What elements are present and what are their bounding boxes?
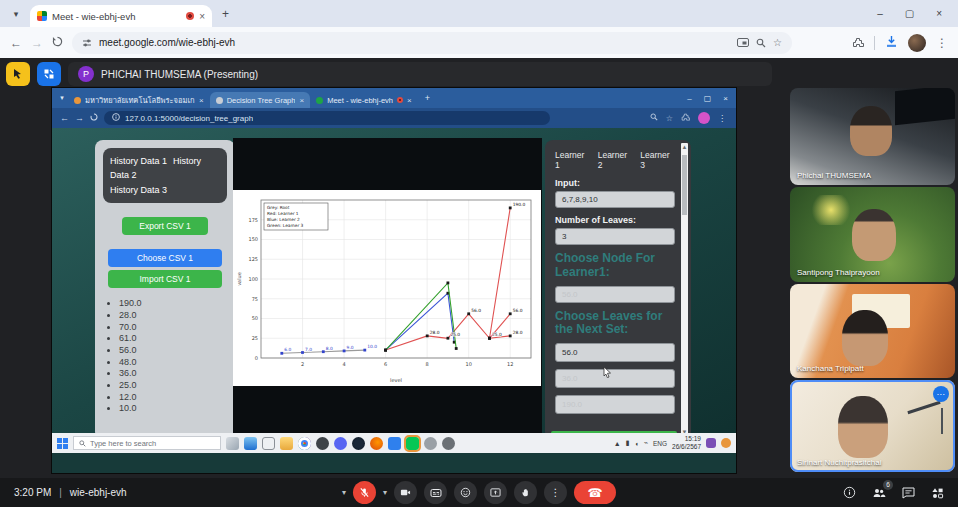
close-icon[interactable]: × xyxy=(723,94,728,103)
file-explorer-icon[interactable] xyxy=(280,437,293,450)
participant-tile-3[interactable]: Kanchana Tripipatt xyxy=(790,284,955,378)
media-controls-icon[interactable] xyxy=(737,38,749,47)
notification-icon[interactable] xyxy=(721,438,731,448)
pinned-app-icon[interactable] xyxy=(244,437,257,450)
camera-button[interactable] xyxy=(394,481,417,504)
meeting-details-icon[interactable] xyxy=(843,486,856,499)
pointer-extension-icon[interactable] xyxy=(6,62,30,86)
close-icon[interactable]: × xyxy=(936,8,942,19)
close-tab-icon[interactable]: × xyxy=(407,96,412,105)
task-view-icon[interactable] xyxy=(262,437,275,450)
import-csv-button[interactable]: Import CSV 1 xyxy=(108,270,222,288)
app-icon[interactable] xyxy=(424,437,437,450)
zoom-icon[interactable] xyxy=(756,38,766,48)
minimize-icon[interactable]: – xyxy=(877,8,883,19)
next-set-field-3[interactable]: 190.0 xyxy=(555,395,675,414)
taskbar-clock[interactable]: 15:19 26/6/2567 xyxy=(672,435,701,451)
shared-url-bar[interactable]: 127.0.0.1:5000/decision_tree_graph xyxy=(104,111,550,125)
leaves-field[interactable]: 3 xyxy=(555,228,675,245)
taskbar-search[interactable]: Type here to search xyxy=(73,436,221,450)
tray-chevron-icon[interactable]: ▲ xyxy=(614,440,621,447)
start-button-icon[interactable] xyxy=(57,438,68,449)
new-tab-button[interactable]: + xyxy=(425,93,430,103)
reactions-button[interactable] xyxy=(454,481,477,504)
export-csv-button[interactable]: Export CSV 1 xyxy=(122,217,208,235)
site-info-icon[interactable] xyxy=(112,113,120,123)
shared-tab-decision-tree[interactable]: Decision Tree Graph × xyxy=(210,92,310,108)
captions-button[interactable] xyxy=(424,481,447,504)
firefox-icon[interactable] xyxy=(370,437,383,450)
history-data-1-button[interactable]: History Data 1 xyxy=(110,156,167,166)
tab-learner-3[interactable]: Learner 3 xyxy=(640,150,675,170)
chrome-icon[interactable] xyxy=(298,437,311,450)
extensions-icon[interactable] xyxy=(681,113,690,124)
bookmark-star-icon[interactable]: ☆ xyxy=(666,114,673,123)
present-screen-button[interactable] xyxy=(484,481,507,504)
scrollbar[interactable]: ▲ ▼ xyxy=(681,143,688,437)
network-icon[interactable]: ⌁ xyxy=(644,439,648,447)
next-set-field-2[interactable]: 36.0 xyxy=(555,369,675,388)
next-set-field-1[interactable]: 56.0 xyxy=(555,343,675,362)
participant-tile-4-active-speaker[interactable]: ⋯ Sirinart Nuchitprasitchai xyxy=(790,380,955,472)
maximize-icon[interactable]: ▢ xyxy=(905,8,914,19)
chat-icon[interactable] xyxy=(902,487,915,499)
profile-avatar[interactable] xyxy=(908,34,926,52)
close-tab-icon[interactable]: × xyxy=(199,96,204,105)
shared-tab-meet[interactable]: Meet - wie-ebhj-evh × xyxy=(310,92,418,108)
camera-options-icon[interactable]: ▾ xyxy=(383,488,387,497)
close-tab-icon[interactable]: × xyxy=(299,96,304,105)
extensions-icon[interactable] xyxy=(852,37,864,49)
close-tab-icon[interactable]: × xyxy=(199,11,205,22)
tab-learner-1[interactable]: Learner 1 xyxy=(555,150,590,170)
tune-icon[interactable] xyxy=(82,38,92,48)
browser-menu-icon[interactable]: ⋮ xyxy=(718,114,726,123)
participant-tile-1[interactable]: Phichai THUMSEMA xyxy=(790,88,955,185)
line-app-icon[interactable] xyxy=(406,437,419,450)
phone-link-icon[interactable] xyxy=(316,437,329,450)
download-icon[interactable] xyxy=(885,34,898,52)
vscode-icon[interactable] xyxy=(388,437,401,450)
tab-learner-2[interactable]: Learner 2 xyxy=(598,150,633,170)
new-tab-button[interactable]: + xyxy=(222,7,229,21)
notification-icon[interactable] xyxy=(706,438,716,448)
people-icon[interactable]: 6 xyxy=(872,487,886,499)
raise-hand-button[interactable] xyxy=(514,481,537,504)
reload-icon[interactable] xyxy=(90,113,98,123)
browser-tab-meet[interactable]: Meet - wie-ebhj-evh × xyxy=(30,5,212,27)
forward-icon[interactable]: → xyxy=(75,113,84,123)
browser-menu-icon[interactable]: ⋮ xyxy=(936,36,948,50)
bookmark-star-icon[interactable]: ☆ xyxy=(773,37,782,48)
tile-options-icon[interactable]: ⋯ xyxy=(933,386,949,402)
volume-icon[interactable]: ◖ xyxy=(635,440,639,447)
shared-tab-thai[interactable]: มหาวิทยาลัยเทคโนโลยีพระจอมเกล้าพระนคร...… xyxy=(68,92,210,108)
input-field[interactable]: 6,7,8,9,10 xyxy=(555,191,675,208)
scrollbar-thumb[interactable] xyxy=(682,155,687,215)
mic-muted-button[interactable] xyxy=(353,481,376,504)
maximize-icon[interactable]: ▢ xyxy=(704,94,712,103)
discord-icon[interactable] xyxy=(334,437,347,450)
mail-app-icon[interactable] xyxy=(226,437,239,450)
settings-gear-icon[interactable] xyxy=(442,437,455,450)
shared-tab-search-icon[interactable]: ▾ xyxy=(56,92,68,104)
end-call-button[interactable]: ☎ xyxy=(574,481,616,504)
url-bar[interactable]: meet.google.com/wie-ebhj-evh ☆ xyxy=(72,32,792,54)
steam-icon[interactable] xyxy=(352,437,365,450)
activities-icon[interactable] xyxy=(931,487,944,499)
tab-search-icon[interactable]: ▾ xyxy=(8,6,24,22)
zoom-icon[interactable] xyxy=(650,113,658,123)
back-icon[interactable]: ← xyxy=(60,113,69,123)
language-indicator[interactable]: ENG xyxy=(653,440,667,447)
tools-extension-icon[interactable] xyxy=(37,62,61,86)
forward-icon[interactable]: → xyxy=(31,36,43,50)
reload-icon[interactable] xyxy=(52,36,63,50)
node-field[interactable]: 56.0 xyxy=(555,286,675,303)
mic-options-icon[interactable]: ▾ xyxy=(342,488,346,497)
profile-avatar[interactable] xyxy=(698,112,710,124)
choose-csv-button[interactable]: Choose CSV 1 xyxy=(108,249,222,267)
history-data-3-button[interactable]: History Data 3 xyxy=(110,185,167,195)
participant-tile-2[interactable]: Santipong Thaiprayoon xyxy=(790,187,955,282)
scroll-up-icon[interactable]: ▲ xyxy=(681,143,688,152)
more-options-button[interactable]: ⋮ xyxy=(544,481,567,504)
minimize-icon[interactable]: – xyxy=(687,94,691,103)
back-icon[interactable]: ← xyxy=(10,36,22,50)
